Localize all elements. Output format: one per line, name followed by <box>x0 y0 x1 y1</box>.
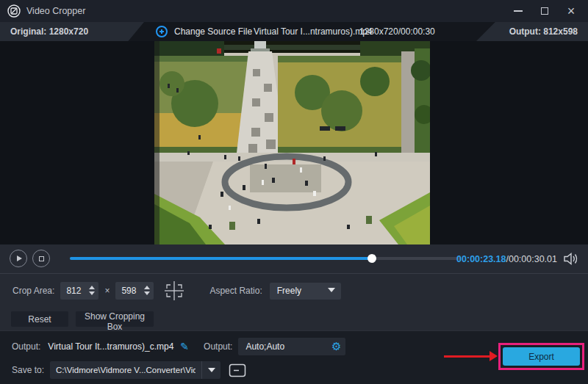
minimize-icon <box>514 10 523 12</box>
output-name-label: Output: <box>12 341 40 352</box>
aspect-ratio-dropdown[interactable]: Freely <box>270 283 341 300</box>
maximize-button[interactable] <box>537 3 553 19</box>
source-file-name: Virtual Tour I...ntramuros).mp4 <box>254 22 373 41</box>
chevron-down-icon <box>208 368 215 372</box>
titlebar: Video Cropper × <box>0 0 588 22</box>
crop-buttons-row: Reset Show Cropping Box <box>11 311 154 327</box>
output-format-input[interactable] <box>238 338 319 355</box>
output-panel: Output: Virtual Tour It...tramuros)_c.mp… <box>0 330 588 384</box>
save-to-row: Save to: C:\Vidmore\Vidmore V...Converte… <box>12 361 246 379</box>
show-cropping-box-button[interactable]: Show Cropping Box <box>76 311 154 327</box>
stepper-down-icon[interactable] <box>89 291 95 295</box>
crop-width-arrows <box>89 286 95 295</box>
player-progress-fill <box>70 257 372 260</box>
window-controls: × <box>510 3 579 19</box>
info-bar: Original: 1280x720 Change Source File Vi… <box>0 22 588 41</box>
time-display: 00:00:23.18/00:00:30.01 <box>456 244 557 273</box>
crop-height-arrows <box>144 286 150 295</box>
stepper-up-icon[interactable] <box>89 286 95 289</box>
gear-icon[interactable]: ⚙ <box>331 340 341 353</box>
app-crop-icon <box>7 4 21 18</box>
crop-width-stepper <box>60 282 98 300</box>
browse-folder-button[interactable] <box>229 363 246 377</box>
reset-button[interactable]: Reset <box>11 311 68 327</box>
close-icon: × <box>567 4 576 18</box>
current-time: 00:00:23.18 <box>456 254 506 264</box>
change-source-file-label: Change Source File <box>174 26 252 37</box>
player-progress-handle[interactable] <box>368 254 376 263</box>
crop-height-input[interactable] <box>115 282 140 300</box>
export-highlight-box: Export <box>498 343 584 370</box>
maximize-icon <box>541 7 548 15</box>
stop-icon <box>39 256 44 261</box>
seek-slider[interactable] <box>70 257 461 260</box>
annotation-arrow-line <box>444 355 491 358</box>
crop-height-stepper <box>115 282 154 300</box>
video-cropper-window: Video Cropper × Original: 1280x720 Chang… <box>0 0 588 384</box>
folder-icon <box>229 363 246 377</box>
total-time: /00:00:30.01 <box>506 254 557 264</box>
close-button[interactable]: × <box>563 3 579 19</box>
save-path-caret[interactable] <box>201 361 220 379</box>
annotation-arrow-icon <box>490 351 498 361</box>
player-bar: 00:00:23.18/00:00:30.01 <box>0 244 588 273</box>
crop-settings-panel: Crop Area: × <box>0 273 588 330</box>
play-icon <box>17 256 22 261</box>
crop-width-input[interactable] <box>60 282 85 300</box>
edit-name-icon[interactable]: ✎ <box>180 341 189 352</box>
window-title: Video Cropper <box>26 6 85 16</box>
source-file-info: 1280x720/00:00:30 <box>359 22 435 41</box>
save-to-label: Save to: <box>12 365 44 375</box>
preview-area <box>0 41 588 244</box>
stepper-down-icon[interactable] <box>144 291 150 295</box>
save-path-select[interactable]: C:\Vidmore\Vidmore V...Converter\Video C… <box>50 361 220 379</box>
stop-button[interactable] <box>32 250 50 267</box>
change-source-file-button[interactable]: Change Source File <box>156 22 252 41</box>
export-button[interactable]: Export <box>503 347 580 366</box>
plus-icon <box>156 26 168 37</box>
crop-area-label: Crop Area: <box>12 286 54 296</box>
chevron-down-icon <box>328 288 335 292</box>
output-format-label: Output: <box>204 341 232 352</box>
aspect-ratio-label: Aspect Ratio: <box>209 286 262 296</box>
crop-area-row: Crop Area: × <box>12 282 341 300</box>
play-button[interactable] <box>10 250 27 267</box>
stepper-up-icon[interactable] <box>144 286 150 289</box>
save-path-value: C:\Vidmore\Vidmore V...Converter\Video C… <box>50 366 196 374</box>
volume-icon[interactable] <box>564 253 579 268</box>
output-file-name: Virtual Tour It...tramuros)_c.mp4 <box>48 341 173 352</box>
output-name-row: Output: Virtual Tour It...tramuros)_c.mp… <box>12 338 345 355</box>
aspect-ratio-value: Freely <box>277 286 301 296</box>
output-resolution: Output: 812x598 <box>476 22 588 41</box>
output-format-field: ⚙ <box>238 338 345 355</box>
original-resolution: Original: 1280x720 <box>0 22 144 41</box>
crosshair-crop-icon[interactable] <box>164 281 184 300</box>
video-frame <box>154 41 430 244</box>
multiply-sign: × <box>104 286 110 296</box>
minimize-button[interactable] <box>510 3 526 19</box>
